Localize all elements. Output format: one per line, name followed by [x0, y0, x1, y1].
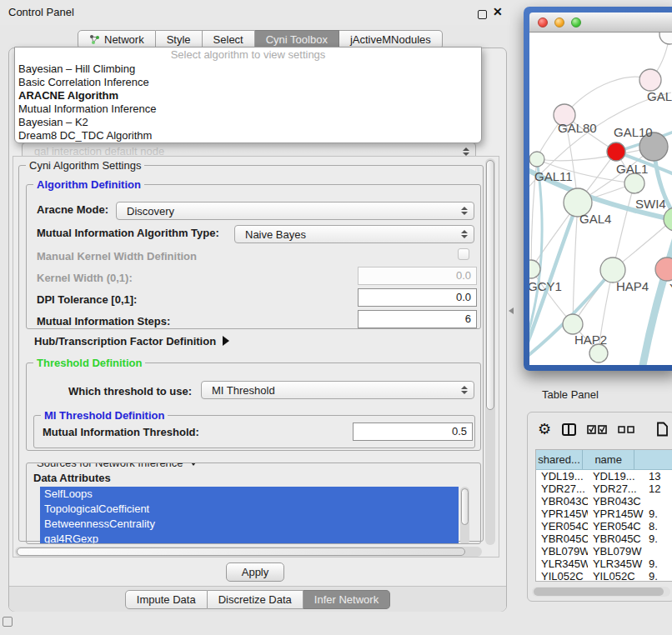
- node-hap2[interactable]: [563, 314, 583, 334]
- mi-steps-label: Mutual Information Steps:: [37, 315, 170, 328]
- threshold-definition-group: Threshold Definition Which threshold to …: [26, 362, 481, 451]
- node-gal1[interactable]: [624, 173, 644, 193]
- kernel-width-field[interactable]: 0.0: [358, 267, 477, 285]
- node-label: HAP2: [574, 332, 607, 347]
- sources-collapser[interactable]: Sources for Network Inference: [33, 462, 202, 469]
- column-header-shared-name[interactable]: shared...: [536, 450, 583, 469]
- algorithm-dropdown-popup: Select algorithm to view settings Bayesi…: [14, 47, 482, 143]
- expand-arrow-icon: [223, 336, 229, 346]
- node-red-selected[interactable]: [607, 142, 625, 161]
- node-unlabeled-bottom[interactable]: [589, 344, 608, 362]
- combo-arrows-icon: [463, 148, 469, 156]
- tab-label: Network: [104, 33, 144, 46]
- combo-arrows-icon: [461, 386, 468, 394]
- node-y-partial[interactable]: [655, 258, 672, 281]
- table-row[interactable]: YBR045CYBR045C9.: [536, 532, 672, 545]
- dropdown-placeholder: Select algorithm to view settings: [15, 48, 481, 62]
- network-canvas[interactable]: GAL GAL80 GAL10 GAL1 GAL11 SWI4 GAL4 GCY…: [529, 32, 672, 365]
- algorithm-option[interactable]: Basic Correlation Inference: [15, 76, 481, 89]
- table-row[interactable]: YLR345WYLR345W9.: [536, 558, 672, 570]
- group-title: Threshold Definition: [33, 357, 145, 369]
- data-attributes-list: SelfLoops TopologicalCoefficient Between…: [40, 487, 459, 544]
- mi-algorithm-type-select[interactable]: Naive Bayes: [234, 225, 474, 243]
- algorithm-option[interactable]: Bayesian – Hill Climbing: [15, 62, 481, 76]
- tab-label: Cyni Toolbox: [266, 33, 328, 46]
- gear-icon[interactable]: ⚙: [538, 421, 551, 438]
- file-icon[interactable]: [656, 422, 669, 437]
- tab-impute-data[interactable]: Impute Data: [125, 590, 208, 609]
- table-row[interactable]: YDL19...YDL19...13: [536, 470, 672, 482]
- which-threshold-select[interactable]: MI Threshold: [201, 381, 474, 399]
- horizontal-scrollbar[interactable]: [15, 547, 482, 557]
- attribute-item[interactable]: SelfLoops: [40, 487, 459, 502]
- column-header-clipped[interactable]: [634, 450, 672, 469]
- minimize-traffic-light-icon[interactable]: [554, 18, 564, 28]
- attribute-item[interactable]: gal4RGexp: [40, 532, 459, 544]
- table-row[interactable]: YIL052CYIL052C9.: [536, 570, 672, 582]
- zoom-traffic-light-icon[interactable]: [571, 18, 581, 28]
- aracne-mode-value: Discovery: [127, 205, 174, 218]
- aracne-mode-select[interactable]: Discovery: [116, 202, 474, 220]
- algorithm-option-selected[interactable]: ARACNE Algorithm: [15, 89, 481, 102]
- dpi-tolerance-field[interactable]: 0.0: [358, 288, 477, 307]
- minimized-panel-icon[interactable]: [3, 617, 13, 627]
- column-header-name[interactable]: name: [583, 450, 634, 469]
- select-all-icon[interactable]: [587, 425, 607, 434]
- group-title: MI Threshold Definition: [41, 409, 168, 422]
- node-swi4[interactable]: [664, 208, 672, 231]
- table-panel-title: Table Panel: [542, 388, 599, 401]
- data-attributes-label: Data Attributes: [33, 472, 111, 485]
- algorithm-option[interactable]: Dream8 DC_TDC Algorithm: [15, 129, 481, 142]
- group-title: Cyni Algorithm Settings: [26, 159, 144, 172]
- float-window-icon[interactable]: [478, 10, 487, 19]
- hub-definition-expander[interactable]: Hub/Transcription Factor Definition: [34, 334, 229, 349]
- table-row[interactable]: YBL079WYBL079W: [536, 545, 672, 558]
- collapse-arrow-icon: [188, 462, 198, 466]
- table-row[interactable]: YBR043CYBR043C: [536, 495, 672, 508]
- algorithm-option[interactable]: Mutual Information Inference: [15, 102, 481, 116]
- node-label: GAL80: [558, 121, 597, 135]
- control-panel-title: Control Panel: [8, 6, 74, 18]
- splitter-collapse-arrow[interactable]: [509, 308, 514, 314]
- close-traffic-light-icon[interactable]: [538, 18, 548, 28]
- manual-kernel-checkbox[interactable]: [458, 248, 469, 260]
- node-unlabeled-top[interactable]: [659, 32, 672, 44]
- attribute-item[interactable]: BetweennessCentrality: [40, 517, 459, 532]
- algorithm-option[interactable]: Bayesian – K2: [15, 116, 481, 129]
- node-gal11[interactable]: [529, 152, 544, 167]
- table-row[interactable]: YDR27...YDR27...12: [536, 482, 672, 495]
- algorithm-definition-group: Algorithm Definition Aracne Mode: Discov…: [26, 184, 481, 329]
- table-header: shared... name: [536, 450, 672, 470]
- tab-discretize-data[interactable]: Discretize Data: [208, 590, 303, 609]
- node-label: GCY1: [529, 279, 562, 293]
- network-edges-teal: [529, 131, 672, 365]
- tab-infer-network[interactable]: Infer Network: [303, 590, 390, 609]
- mi-threshold-field[interactable]: 0.5: [353, 422, 473, 441]
- table-horizontal-scrollbar[interactable]: [532, 587, 670, 597]
- table-toolbar: ⚙: [538, 419, 669, 439]
- attributes-scrollbar[interactable]: [460, 487, 469, 544]
- attribute-item[interactable]: TopologicalCoefficient: [40, 502, 459, 517]
- tab-label: Style: [167, 33, 191, 46]
- bottom-tab-strip: Impute Data Discretize Data Infer Networ…: [9, 586, 506, 612]
- network-view-window: GAL GAL80 GAL10 GAL1 GAL11 SWI4 GAL4 GCY…: [524, 7, 672, 371]
- table-row[interactable]: YPR145WYPR145W9.: [536, 508, 672, 520]
- node-gal-partial[interactable]: [639, 69, 661, 91]
- split-view-icon[interactable]: [562, 423, 576, 436]
- table-row[interactable]: YER054CYER054C8.: [536, 520, 672, 532]
- node-label: GAL10: [614, 125, 653, 139]
- tab-label: Discretize Data: [218, 593, 292, 606]
- network-window-titlebar[interactable]: [529, 12, 672, 32]
- node-label: SWI4: [635, 197, 666, 211]
- mi-steps-field[interactable]: 6: [358, 310, 477, 328]
- dpi-tolerance-label: DPI Tolerance [0,1]:: [37, 293, 137, 307]
- network-icon: [89, 34, 100, 45]
- manual-kernel-label: Manual Kernel Width Definition: [37, 250, 197, 263]
- apply-button[interactable]: Apply: [226, 562, 284, 582]
- deselect-all-icon[interactable]: [618, 426, 635, 433]
- which-threshold-label: Which threshold to use:: [68, 385, 192, 398]
- vertical-scrollbar[interactable]: [485, 158, 495, 545]
- tab-label: jActiveMNodules: [350, 33, 431, 46]
- tab-label: Infer Network: [314, 593, 379, 606]
- close-icon[interactable]: ✕: [493, 5, 503, 18]
